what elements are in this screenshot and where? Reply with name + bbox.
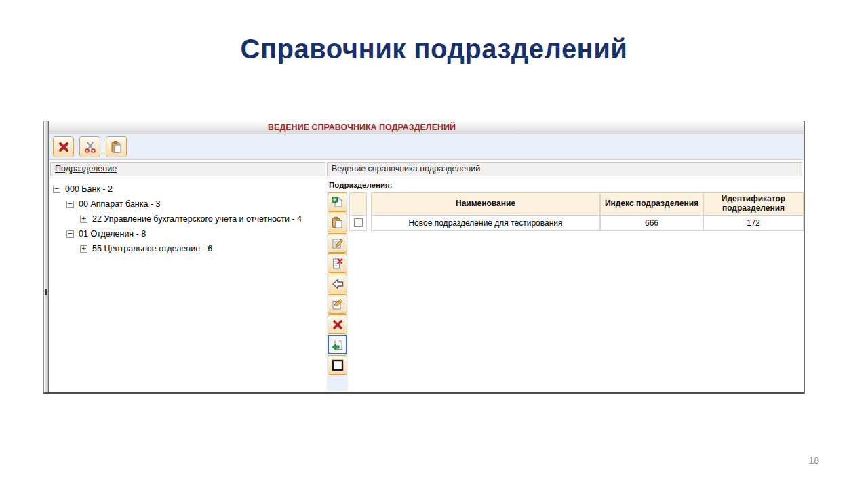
cell-name[interactable]: Новое подразделение для тестирования — [371, 216, 600, 231]
column-header-id[interactable]: Идентификатор подразделения — [703, 192, 804, 216]
tree-item[interactable]: − 000 Банк - 2 — [53, 182, 326, 197]
export-document-icon — [331, 338, 344, 351]
departments-table: Наименование Индекс подразделения Иденти… — [349, 192, 804, 391]
cut-scissors-icon — [83, 140, 97, 154]
export-button[interactable] — [328, 335, 347, 354]
tree-item-label: 22 Управление бухгалтерского учета и отч… — [92, 214, 302, 224]
expand-icon[interactable]: + — [80, 216, 87, 223]
delete-x-icon — [57, 140, 71, 154]
tree-item[interactable]: − 00 Аппарат банка - 3 — [66, 197, 326, 211]
tree-item-label: 000 Банк - 2 — [65, 184, 113, 194]
column-header-checkbox — [349, 192, 367, 216]
paste-clipboard-icon — [110, 140, 123, 154]
tree-item-label: 55 Центральное отделение - 6 — [92, 244, 212, 253]
delete-record-button[interactable] — [328, 253, 347, 273]
main-toolbar — [49, 134, 804, 160]
detail-panel: Ведение справочника подразделений Подраз… — [327, 162, 802, 391]
tree-item[interactable]: + 55 Центральное отделение - 6 — [80, 241, 326, 256]
tree-item[interactable]: − 01 Отделения - 8 — [66, 226, 326, 241]
collapse-icon[interactable]: − — [66, 230, 74, 238]
department-tree: − 000 Банк - 2 − 00 Аппарат банка - 3 + … — [50, 176, 326, 391]
collapse-icon[interactable]: − — [53, 186, 60, 193]
column-header-index[interactable]: Индекс подразделения — [600, 192, 703, 216]
slide-page-number: 18 — [808, 455, 819, 466]
splitter-grip-icon — [45, 289, 47, 295]
add-document-icon — [331, 196, 344, 209]
departments-section-label: Подразделения: — [329, 181, 802, 189]
edit-document-icon — [331, 237, 344, 249]
side-toolbar — [327, 192, 348, 391]
detail-panel-header: Ведение справочника подразделений — [327, 162, 802, 176]
cut-button[interactable] — [79, 136, 100, 157]
sign-record-button[interactable] — [328, 294, 347, 314]
blank-square-icon — [331, 359, 344, 372]
edit-record-button[interactable] — [328, 233, 347, 253]
paste-button[interactable] — [106, 136, 127, 157]
back-arrow-icon — [331, 277, 344, 291]
window-title: ВЕДЕНИЕ СПРАВОЧНИКА ПОДРАЗДЕЛЕНИЙ — [49, 121, 804, 134]
tree-item[interactable]: + 22 Управление бухгалтерского учета и о… — [80, 211, 326, 226]
expand-icon[interactable]: + — [80, 245, 87, 253]
paste-record-button[interactable] — [328, 213, 347, 232]
delete-button[interactable] — [53, 136, 74, 157]
delete-document-icon — [331, 257, 344, 270]
row-checkbox[interactable] — [354, 218, 363, 227]
row-checkbox-cell — [349, 216, 367, 231]
tree-panel: Подразделение − 000 Банк - 2 − 00 Аппара… — [50, 162, 326, 391]
tree-panel-header[interactable]: Подразделение — [50, 162, 326, 176]
sign-document-icon — [331, 298, 344, 310]
select-button[interactable] — [328, 355, 347, 375]
cell-index[interactable]: 666 — [600, 216, 703, 231]
back-button[interactable] — [328, 274, 347, 293]
app-window: ВЕДЕНИЕ СПРАВОЧНИКА ПОДРАЗДЕЛЕНИЙ — [43, 121, 805, 394]
page-title: Справочник подразделений — [0, 34, 868, 64]
window-splitter[interactable] — [44, 121, 49, 392]
tree-item-label: 00 Аппарат банка - 3 — [79, 199, 161, 209]
paste-clipboard-icon — [331, 216, 344, 229]
delete-x-icon — [332, 319, 344, 331]
tree-item-label: 01 Отделения - 8 — [79, 229, 146, 239]
cell-id[interactable]: 172 — [703, 216, 804, 231]
collapse-icon[interactable]: − — [66, 201, 74, 208]
add-record-button[interactable] — [328, 192, 347, 212]
column-header-name[interactable]: Наименование — [371, 192, 600, 216]
delete-all-button[interactable] — [328, 314, 347, 334]
